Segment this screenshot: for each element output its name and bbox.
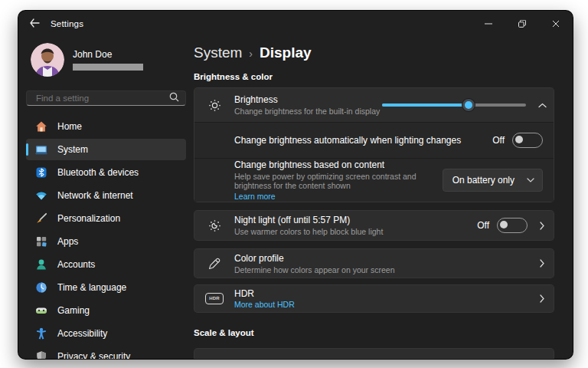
user-account[interactable]: John Doe <box>18 37 194 84</box>
color-profile-open[interactable] <box>531 259 554 268</box>
sidebar-item-gaming[interactable]: Gaming <box>26 300 186 321</box>
sidebar-item-network-internet[interactable]: Network & internet <box>26 185 186 206</box>
sidebar-item-time-language[interactable]: Time & language <box>26 277 186 298</box>
night-light-state: Off <box>477 220 489 231</box>
color-profile-row[interactable]: Color profile Determine how colors appea… <box>194 248 554 278</box>
minimize-button[interactable] <box>472 11 505 37</box>
page-title: Display <box>260 44 312 61</box>
sidebar-item-apps[interactable]: Apps <box>26 231 186 252</box>
hdr-open[interactable] <box>531 294 554 303</box>
dropdown-value: On battery only <box>452 175 514 186</box>
sidebar-item-label: System <box>57 144 88 155</box>
section-scale-layout: Scale & layout <box>194 328 554 337</box>
sidebar-item-bluetooth-devices[interactable]: Bluetooth & devices <box>26 162 186 183</box>
hdr-title: HDR <box>234 288 531 299</box>
accounts-icon <box>35 258 47 271</box>
chevron-down-icon <box>527 178 534 182</box>
auto-brightness-row: Change brightness automatically when lig… <box>194 122 554 158</box>
chevron-right-icon <box>540 222 544 230</box>
hdr-row[interactable]: HDR HDR More about HDR <box>194 284 554 313</box>
user-name: John Doe <box>73 49 181 60</box>
time-language-icon <box>35 281 47 294</box>
sidebar-item-personalization[interactable]: Personalization <box>26 208 186 229</box>
content-brightness-row: Change brightness based on content Help … <box>194 158 554 202</box>
hdr-badge: HDR <box>205 293 224 304</box>
section-brightness-color: Brightness & color <box>194 72 554 81</box>
privacy-icon <box>35 350 47 359</box>
window-title: Settings <box>51 19 83 28</box>
apps-icon <box>35 235 47 248</box>
sidebar-item-label: Privacy & security <box>57 351 130 359</box>
sidebar-item-label: Time & language <box>57 282 126 293</box>
toggle-knob <box>500 221 508 228</box>
content-brightness-title: Change brightness based on content <box>234 159 430 170</box>
main-content: System › Display Brightness & color Brig… <box>194 37 573 359</box>
brightness-subtitle: Change brightness for the built-in displ… <box>234 107 382 116</box>
maximize-button[interactable] <box>505 11 539 37</box>
color-profile-subtitle: Determine how colors appear on your scre… <box>234 265 531 274</box>
search-input[interactable] <box>34 93 169 104</box>
sidebar-item-privacy-security[interactable]: Privacy & security <box>26 346 186 359</box>
chevron-right-icon <box>540 294 544 303</box>
gaming-icon <box>35 304 47 317</box>
sidebar-item-label: Apps <box>57 236 78 247</box>
search-icon <box>169 91 179 105</box>
titlebar: Settings <box>18 11 573 37</box>
color-profile-icon <box>194 258 234 270</box>
night-light-toggle[interactable] <box>497 218 528 233</box>
brightness-slider[interactable] <box>382 99 526 111</box>
avatar <box>31 43 64 77</box>
brightness-icon <box>194 99 234 112</box>
brightness-title: Brightness <box>234 94 382 105</box>
close-icon <box>552 17 560 31</box>
sidebar-item-system[interactable]: System <box>26 139 186 160</box>
night-light-icon <box>194 219 234 232</box>
bluetooth-icon <box>35 166 47 179</box>
network-icon <box>35 189 47 202</box>
sidebar-item-accessibility[interactable]: Accessibility <box>26 323 186 344</box>
sidebar: John Doe Home System <box>18 37 194 359</box>
accessibility-icon <box>35 327 47 340</box>
restore-icon <box>518 17 526 31</box>
night-light-subtitle: Use warmer colors to help block blue lig… <box>234 227 477 236</box>
night-light-open[interactable] <box>531 222 554 230</box>
breadcrumb: System › Display <box>194 44 554 61</box>
brightness-expander: Brightness Change brightness for the bui… <box>194 87 554 202</box>
auto-brightness-toggle[interactable] <box>512 133 543 148</box>
home-icon <box>35 120 47 133</box>
search-box[interactable] <box>26 90 186 106</box>
auto-brightness-label: Change brightness automatically when lig… <box>234 135 492 146</box>
back-arrow-icon <box>29 17 40 31</box>
content-brightness-dropdown[interactable]: On battery only <box>443 169 543 192</box>
toggle-knob <box>515 136 523 143</box>
chevron-right-icon <box>540 259 544 268</box>
learn-more-link[interactable]: Learn more <box>234 192 430 201</box>
color-profile-title: Color profile <box>234 253 531 264</box>
scale-row-partial[interactable] <box>194 348 554 359</box>
brightness-collapse-button[interactable] <box>531 103 554 108</box>
slider-fill <box>382 104 469 107</box>
sidebar-nav: Home System Bluetooth & devices Network … <box>18 115 194 359</box>
auto-brightness-state: Off <box>492 135 505 146</box>
sidebar-item-label: Accessibility <box>57 328 107 339</box>
brightness-row[interactable]: Brightness Change brightness for the bui… <box>194 88 554 122</box>
sidebar-item-home[interactable]: Home <box>26 116 186 137</box>
system-icon <box>35 143 47 156</box>
minimize-icon <box>485 17 492 31</box>
sidebar-item-label: Home <box>57 121 82 132</box>
content-brightness-description: Help save power by optimizing screen con… <box>234 172 430 190</box>
back-button[interactable] <box>18 11 51 37</box>
close-button[interactable] <box>539 11 573 37</box>
chevron-up-icon <box>538 103 547 108</box>
user-email-redacted <box>73 64 143 71</box>
sidebar-item-label: Network & internet <box>57 190 133 201</box>
slider-thumb[interactable] <box>462 99 475 111</box>
night-light-row[interactable]: Night light (off until 5:57 PM) Use warm… <box>194 210 554 241</box>
sidebar-item-label: Personalization <box>57 213 120 224</box>
breadcrumb-separator: › <box>249 48 253 60</box>
sidebar-item-accounts[interactable]: Accounts <box>26 254 186 275</box>
sidebar-item-label: Accounts <box>57 259 95 270</box>
breadcrumb-system[interactable]: System <box>194 44 242 61</box>
personalization-icon <box>35 212 47 225</box>
more-about-hdr-link[interactable]: More about HDR <box>234 300 531 309</box>
